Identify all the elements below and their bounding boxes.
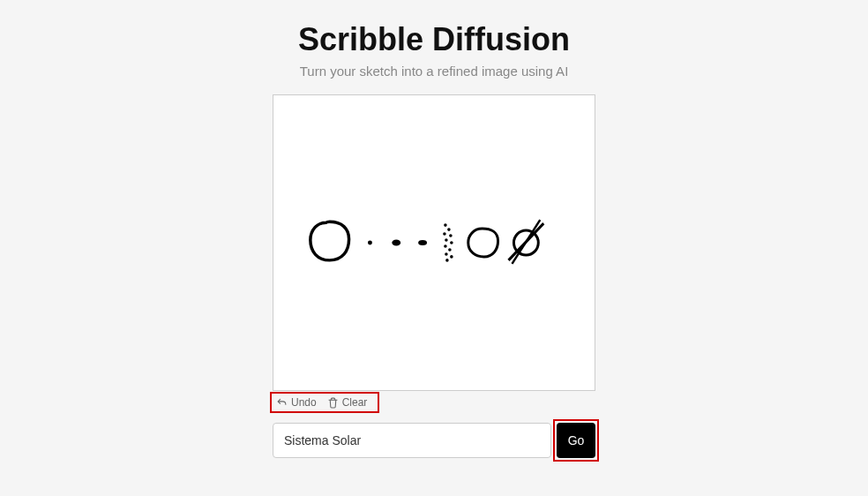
svg-point-5 xyxy=(443,232,446,236)
undo-button[interactable]: Undo xyxy=(276,396,317,409)
page-title: Scribble Diffusion xyxy=(298,21,570,58)
svg-point-1 xyxy=(392,240,400,246)
svg-point-0 xyxy=(368,241,372,245)
sketch-canvas[interactable] xyxy=(273,94,595,391)
clear-label: Clear xyxy=(342,396,368,409)
prompt-input[interactable] xyxy=(273,423,551,458)
svg-point-8 xyxy=(450,241,453,244)
undo-icon xyxy=(276,397,288,409)
svg-point-7 xyxy=(445,238,448,242)
undo-label: Undo xyxy=(291,396,317,409)
svg-point-3 xyxy=(444,223,447,227)
svg-point-13 xyxy=(445,259,449,262)
svg-point-10 xyxy=(448,248,452,252)
svg-point-12 xyxy=(450,255,453,259)
svg-point-2 xyxy=(418,240,427,245)
page-subtitle: Turn your sketch into a refined image us… xyxy=(300,64,569,79)
prompt-row: Go xyxy=(273,423,595,458)
svg-point-4 xyxy=(447,228,451,231)
svg-point-6 xyxy=(449,234,453,237)
svg-line-16 xyxy=(512,220,540,264)
svg-point-9 xyxy=(444,244,447,248)
clear-button[interactable]: Clear xyxy=(327,396,368,409)
canvas-toolbar: Undo Clear xyxy=(273,391,595,414)
sketch-drawing xyxy=(273,95,595,390)
go-button[interactable]: Go xyxy=(557,423,595,458)
trash-icon xyxy=(327,397,339,409)
svg-point-11 xyxy=(445,252,448,256)
